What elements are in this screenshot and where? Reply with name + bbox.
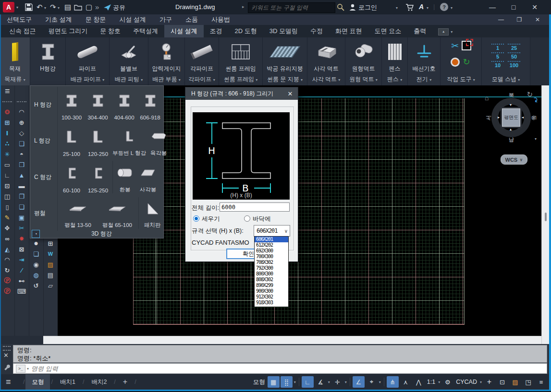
snap-caret-icon[interactable]: ▾ xyxy=(294,380,296,384)
pressure-gauge-label[interactable]: 압력게이지 xyxy=(148,65,184,73)
tab-2d-shapes[interactable]: 2D 도형 xyxy=(229,25,263,37)
flyout-item-c125-250[interactable]: 125-250 xyxy=(85,159,111,195)
tab-door-window[interactable]: 문 창호 xyxy=(94,25,127,37)
snap-value-button[interactable]: 1 xyxy=(491,44,504,51)
group-sunroom-frame[interactable]: 썬룸 프레임 ▾ xyxy=(219,75,262,83)
ball-valve-label[interactable]: 볼밸브 xyxy=(110,65,148,73)
toolbar-grip[interactable] xyxy=(17,101,26,105)
rectangle-icon[interactable]: ▭ xyxy=(2,159,12,170)
maximize-button[interactable]: □ xyxy=(505,0,522,14)
flyout-item-unequal-l[interactable]: 부등변 L 형강 xyxy=(111,122,147,159)
tab-output[interactable]: 출력 xyxy=(407,25,432,37)
move-pan-button[interactable]: + xyxy=(483,376,495,388)
group-fence[interactable]: 펜스 ▾ xyxy=(382,75,407,83)
clean-screen-button[interactable]: ◳ xyxy=(522,376,534,388)
flyout-item-hex-bar[interactable]: 육각봉 xyxy=(147,122,170,159)
flyout-item-round-bar[interactable]: 환봉 xyxy=(114,159,136,195)
wmf-export-icon[interactable]: W xyxy=(45,249,56,259)
square-pipe-icon[interactable] xyxy=(185,39,219,64)
viewcube[interactable]: 북 남 서 동 평면도 ▾ ▴ ▸ ◂ ⌂ ↻ ↷ ▾ xyxy=(487,92,537,142)
door-icon[interactable]: ◫ xyxy=(2,191,12,202)
menu-props[interactable]: 소품 xyxy=(184,14,199,25)
gable-glass-roof-icon[interactable] xyxy=(263,39,307,64)
camera-icon[interactable]: ◉ xyxy=(31,259,41,270)
wood-label[interactable]: 목재 xyxy=(0,65,30,73)
search-input[interactable] xyxy=(248,3,341,12)
page-setup-icon[interactable]: ▤ xyxy=(45,270,56,280)
group-pipe-parts[interactable]: 배관 부품 ▾ xyxy=(148,75,184,83)
sphere-icon[interactable]: ● xyxy=(31,238,41,249)
trim-scissors-icon[interactable]: ✂ xyxy=(16,223,27,233)
viewcube-menu-caret-icon[interactable]: ▾ xyxy=(535,137,537,141)
spec-option[interactable]: 792X300 xyxy=(255,265,288,271)
panel-pressure-gauge[interactable]: 압력게이지 배관 부품 ▾ xyxy=(148,37,185,85)
rect-duct-icon[interactable] xyxy=(307,39,345,64)
dynamic-input-caret-icon[interactable]: ▾ xyxy=(379,380,381,384)
drawing-grid[interactable] xyxy=(133,98,465,325)
login-button[interactable]: 로그인 xyxy=(358,3,377,12)
menu-base-design[interactable]: 기초 설계 xyxy=(44,14,73,25)
group-sunroom-door-roof[interactable]: 썬룸 문 지붕 ▾ xyxy=(263,75,307,83)
redo-caret-icon[interactable]: ▾ xyxy=(58,6,60,10)
move-icon[interactable]: ✥ xyxy=(2,223,12,233)
surface-icon[interactable]: ◓ xyxy=(16,149,27,159)
snap-value-button[interactable]: 10 xyxy=(491,61,504,68)
gable-glass-roof-label[interactable]: 박공 유리지붕 xyxy=(263,65,307,73)
polyline-icon[interactable]: ∟ xyxy=(2,170,12,180)
dialog-title-bar[interactable]: H 형강 (규격 : 606 - 918) 그리기 xyxy=(185,87,298,100)
sketch-pencil-icon[interactable]: ✎ xyxy=(2,212,12,223)
snap-value-button[interactable]: 25 xyxy=(508,44,520,51)
tab-layout2[interactable]: 배치2 xyxy=(85,374,113,390)
flyout-footer[interactable]: ◔ 3D 형강 xyxy=(30,230,163,238)
hbeam-icon[interactable] xyxy=(30,39,65,64)
palette-pin-icon[interactable]: ◔ xyxy=(32,230,40,238)
tab-model[interactable]: 모형 xyxy=(25,374,50,390)
join-icon[interactable]: ⊷ xyxy=(16,275,27,286)
snap-value-button[interactable]: 5 xyxy=(491,52,504,59)
osnap-settings-icon[interactable]: ❂ xyxy=(2,107,12,117)
fillet-icon[interactable]: ◠ xyxy=(2,254,12,265)
viewcube-face-plan[interactable]: 평면도 xyxy=(502,108,520,127)
menu-facility-design[interactable]: 시설 설계 xyxy=(118,14,147,25)
group-electric[interactable]: 전기 ▾ xyxy=(408,75,440,83)
wcs-dropdown[interactable]: WCS ∨ xyxy=(501,154,527,165)
flyout-item-flat13-50[interactable]: 평철 13-50 xyxy=(59,195,97,231)
group-wood[interactable]: 목재류 ▾ xyxy=(0,75,30,83)
osnap-extra-toggle[interactable]: ⋀ xyxy=(413,376,425,388)
wiring-symbol-label[interactable]: 배선기호 xyxy=(408,65,440,73)
panel-gable-glass-roof[interactable]: 박공 유리지붕 썬룸 문 지붕 ▾ xyxy=(263,37,307,85)
explode-icon[interactable]: ✸ xyxy=(16,233,27,244)
dynamic-input-toggle[interactable]: ⌖ xyxy=(366,376,378,388)
group-round-duct[interactable]: 원형 덕트 ▾ xyxy=(345,75,381,83)
radio-standing[interactable] xyxy=(193,215,199,222)
viewport-icon[interactable]: ⊞ xyxy=(45,238,56,249)
pline-vertex-icon[interactable]: Ⓟ xyxy=(2,286,12,297)
spec-option[interactable]: 708X302 xyxy=(255,260,288,265)
flyout-item-c60-100[interactable]: 60-100 xyxy=(59,159,85,195)
grid-toggle[interactable]: ▦ xyxy=(268,376,280,388)
square-pipe-label[interactable]: 각파이프 xyxy=(185,65,219,73)
viewcube-home-icon[interactable]: ⌂ xyxy=(485,94,489,102)
panel-pipe[interactable]: 파이프 배관 파이프 ▾ xyxy=(66,37,110,85)
doc-minimize-button[interactable]: — xyxy=(494,14,508,25)
viewcube-arrow-left-icon[interactable]: ◂ xyxy=(522,115,524,119)
new-layout-button[interactable]: + xyxy=(117,374,134,390)
spec-option[interactable]: 808X302 xyxy=(255,277,288,283)
viewcube-arrow-right-icon[interactable]: ▸ xyxy=(498,115,500,119)
copy-3d-icon[interactable]: ❐ xyxy=(16,191,27,202)
round-duct-icon[interactable] xyxy=(345,39,381,64)
wood-icon[interactable] xyxy=(0,39,30,64)
flyout-item-h304-400[interactable]: 304-400 xyxy=(85,87,111,122)
store-caret-icon[interactable]: ▾ xyxy=(427,6,429,10)
flyout-item-patch-plate[interactable]: 패치판 xyxy=(140,195,165,231)
tab-quick-access[interactable]: 신속 접근 xyxy=(3,25,42,37)
store-cart-icon[interactable] xyxy=(405,4,414,11)
isolate-objects-button[interactable]: ⊡ xyxy=(496,376,508,388)
annotation-scale[interactable]: 1:1 xyxy=(426,379,437,385)
panel-wood[interactable]: 목재 목재류 ▾ xyxy=(0,37,30,85)
model-space-indicator[interactable]: 모형 xyxy=(252,378,267,386)
new-document-icon[interactable]: ▢ xyxy=(86,0,92,14)
open-folder-icon[interactable] xyxy=(74,4,82,11)
tab-modify[interactable]: 수정 xyxy=(304,25,329,37)
clip-box-icon[interactable]: ⊠ xyxy=(16,244,27,254)
